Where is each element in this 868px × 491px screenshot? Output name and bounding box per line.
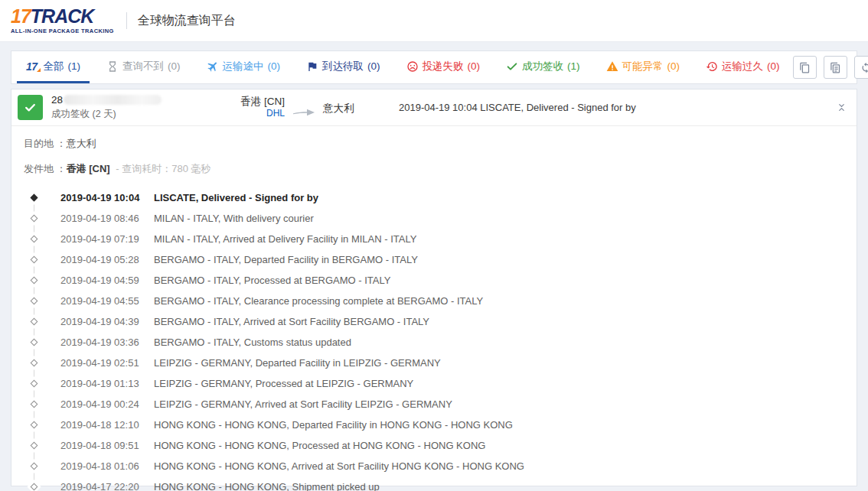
event-time: 2019-04-19 04:59	[60, 275, 151, 286]
collapse-icon	[837, 103, 846, 112]
logo-track-text: TRACK	[31, 7, 94, 26]
event-time: 2019-04-18 12:10	[60, 419, 151, 431]
tracking-number-redacted	[64, 95, 162, 105]
timeline-dot	[24, 381, 44, 386]
timeline-dot	[24, 340, 44, 345]
event-time: 2019-04-19 01:13	[60, 378, 151, 389]
plane-icon	[204, 57, 221, 75]
event-time: 2019-04-18 01:06	[60, 460, 151, 472]
tab-label: 可能异常	[622, 60, 664, 73]
tab-label: 成功签收	[522, 60, 563, 73]
timeline-dot-filled	[24, 195, 44, 200]
tab-label: 查询不到	[122, 60, 164, 73]
origin-location: 香港 [CN]	[224, 96, 285, 109]
event-text: LEIPZIG - GERMANY, Processed at LEIPZIG …	[154, 378, 413, 389]
tab-label: 运输过久	[722, 60, 763, 73]
copy-all-button[interactable]	[824, 56, 847, 79]
tab-count: (0)	[468, 60, 481, 72]
package-card-header[interactable]: 28 成功签收 (2 天) 香港 [CN] DHL 意大利 2019-04-19…	[11, 89, 857, 126]
refresh-icon	[860, 62, 868, 73]
timeline-event-row: 2019-04-19 04:59BERGAMO - ITALY, Process…	[24, 270, 844, 291]
tab-label: 投递失败	[423, 60, 464, 73]
timeline-dot	[24, 236, 44, 242]
tab-count: (1)	[567, 60, 580, 72]
package-card: 28 成功签收 (2 天) 香港 [CN] DHL 意大利 2019-04-19…	[11, 89, 857, 486]
tab-not-found[interactable]: 查询不到(0)	[97, 51, 190, 83]
hourglass-icon	[106, 60, 119, 73]
event-text: HONG KONG - HONG KONG, Arrived at Sort F…	[154, 460, 524, 472]
query-elapsed-time: - 查询耗时：780 毫秒	[116, 163, 210, 174]
timeline-dot	[24, 360, 44, 366]
event-time: 2019-04-19 02:51	[60, 357, 151, 369]
tab-all[interactable]: 17 全部(1)	[17, 51, 90, 83]
event-time: 2019-04-19 10:04	[60, 192, 151, 203]
origin-line: 发件地 ：香港 [CN] - 查询耗时：780 毫秒	[24, 162, 844, 176]
event-text: BERGAMO - ITALY, Customs status updated	[154, 337, 351, 348]
tracking-timeline: 2019-04-19 10:04LISCATE, Delivered - Sig…	[24, 187, 844, 491]
event-text: BERGAMO - ITALY, Processed at BERGAMO - …	[154, 275, 390, 286]
history-clock-icon	[706, 60, 718, 73]
event-time: 2019-04-19 04:39	[60, 316, 151, 327]
tab-count: (0)	[168, 60, 181, 72]
tab-label: 全部	[44, 60, 64, 73]
timeline-event-row: 2019-04-19 02:51LEIPZIG - GERMANY, Depar…	[24, 353, 844, 373]
brand-tagline: ALL-IN-ONE PACKAGE TRACKING	[11, 28, 114, 34]
timeline-dot	[24, 422, 44, 428]
tab-label: 运输途中	[223, 60, 264, 73]
timeline-event-row: 2019-04-17 22:20HONG KONG - HONG KONG, S…	[24, 476, 844, 491]
event-time: 2019-04-17 22:20	[60, 481, 151, 491]
event-text: HONG KONG - HONG KONG, Departed Facility…	[154, 419, 513, 431]
tab-expired[interactable]: 运输过久(0)	[697, 51, 789, 83]
site-title: 全球物流查询平台	[138, 13, 236, 29]
timeline-event-row: 2019-04-18 01:06HONG KONG - HONG KONG, A…	[24, 456, 844, 476]
timeline-event-row: 2019-04-19 04:39BERGAMO - ITALY, Arrived…	[24, 311, 844, 332]
event-text: HONG KONG - HONG KONG, Processed at HONG…	[154, 440, 485, 451]
timeline-dot	[24, 298, 44, 304]
tab-in-transit[interactable]: 运输途中(0)	[197, 51, 290, 83]
tab-count: (0)	[767, 60, 780, 72]
timeline-event-row: 2019-04-19 03:36BERGAMO - ITALY, Customs…	[24, 332, 844, 353]
timeline-dot	[24, 216, 44, 221]
event-text: LEIPZIG - GERMANY, Departed Facility in …	[154, 357, 441, 369]
timeline-event-row: 2019-04-19 10:04LISCATE, Delivered - Sig…	[24, 187, 844, 208]
tab-count: (1)	[68, 60, 81, 72]
event-time: 2019-04-19 08:46	[60, 213, 151, 224]
brand-wordmark: 17TRACK	[11, 7, 114, 26]
timeline-dot	[24, 319, 44, 324]
timeline-dot	[24, 402, 44, 407]
timeline-dot	[24, 463, 44, 469]
event-text: BERGAMO - ITALY, Arrived at Sort Facilit…	[154, 316, 429, 327]
timeline-event-row: 2019-04-18 12:10HONG KONG - HONG KONG, D…	[24, 415, 844, 435]
copy-icon	[799, 62, 811, 73]
timeline-dot	[24, 257, 44, 262]
brand-logo[interactable]: 17TRACK ALL-IN-ONE PACKAGE TRACKING	[11, 7, 114, 34]
status-tabbar: 17 全部(1) 查询不到(0) 运输途中(0) 到达待取(0) 投递失败(0)…	[11, 50, 857, 84]
status-tabs: 17 全部(1) 查询不到(0) 运输途中(0) 到达待取(0) 投递失败(0)…	[11, 51, 793, 83]
carrier-link[interactable]: DHL	[224, 108, 285, 119]
route-arrow-icon	[292, 107, 315, 116]
tab-exception[interactable]: 可能异常(0)	[597, 51, 690, 83]
timeline-event-row: 2019-04-19 00:24LEIPZIG - GERMANY, Arriv…	[24, 394, 844, 415]
origin-label: 发件地 ：	[24, 163, 67, 174]
tracking-number-block: 28 成功签收 (2 天)	[51, 94, 224, 121]
copy-button[interactable]	[793, 56, 817, 79]
latest-event-summary: 2019-04-19 10:04 LISCATE, Delivered - Si…	[388, 102, 834, 113]
destination-line: 目的地 ：意大利	[24, 137, 844, 151]
check-icon	[506, 60, 518, 73]
event-text: MILAN - ITALY, With delivery courier	[154, 213, 314, 224]
event-text: LEIPZIG - GERMANY, Arrived at Sort Facil…	[154, 398, 452, 410]
flag-icon	[306, 60, 318, 73]
event-text: BERGAMO - ITALY, Departed Facility in BE…	[154, 254, 418, 265]
sad-face-icon	[406, 60, 419, 73]
package-card-body: 目的地 ：意大利 发件地 ：香港 [CN] - 查询耗时：780 毫秒 2019…	[11, 126, 857, 491]
tab-delivery-failed[interactable]: 投递失败(0)	[397, 51, 490, 83]
refresh-button[interactable]	[854, 56, 868, 79]
tab-count: (0)	[367, 60, 380, 72]
copy-all-icon	[830, 62, 841, 73]
tab-label: 到达待取	[322, 60, 364, 73]
timeline-dot	[24, 484, 44, 489]
event-time: 2019-04-19 04:55	[60, 295, 151, 307]
tab-delivered[interactable]: 成功签收(1)	[497, 51, 589, 83]
card-collapse-button[interactable]	[834, 100, 849, 115]
tab-pickup[interactable]: 到达待取(0)	[297, 51, 390, 83]
